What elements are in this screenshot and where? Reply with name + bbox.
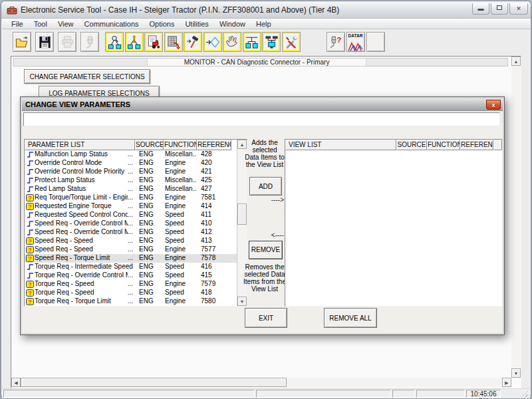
hand-icon: [225, 35, 240, 50]
network-magnifier-icon: [107, 35, 122, 50]
reference-cell: 416: [197, 263, 231, 271]
source-cell: ENG: [135, 254, 164, 263]
function-cell: Speed: [164, 211, 197, 219]
change-parameter-selections-button[interactable]: CHANGE PARAMETER SELECTIONS: [24, 69, 150, 84]
question-tag-icon: ?: [25, 297, 35, 306]
menu-item-view[interactable]: View: [53, 19, 79, 29]
scroll-right-icon[interactable]: ▶: [502, 378, 511, 387]
save-button[interactable]: [35, 32, 54, 52]
parameter-trail: ...: [128, 202, 135, 211]
parameter-row[interactable]: ?Speed Req - Torque Limit...ENGEngine757…: [25, 254, 237, 263]
parameter-row[interactable]: ?Speed Req - Speed...ENGEngine7577: [25, 245, 237, 254]
column-header-function[interactable]: FUNCTION: [427, 140, 460, 150]
parameter-row[interactable]: ?Torque Req - Speed...ENGEngine7579: [25, 280, 237, 289]
parameter-row[interactable]: ?Speed Req - Speed...ENGSpeed413: [25, 237, 237, 245]
main-vertical-scrollbar[interactable]: ▲ ▼: [511, 57, 521, 378]
network-warning-icon: [126, 35, 142, 50]
override-button[interactable]: [184, 32, 202, 52]
spare-button[interactable]: [366, 32, 385, 52]
square-wave-icon: [25, 271, 35, 280]
parameter-trail: ...: [128, 289, 135, 297]
parameter-row[interactable]: Override Control Mode...ENGEngine420: [25, 159, 237, 168]
parameter-row[interactable]: Torque Req - Intermediate Speed Governo.…: [25, 263, 237, 271]
ecu-data-button[interactable]: [164, 32, 183, 52]
column-header-source[interactable]: SOURCE: [135, 140, 164, 150]
function-cell: Speed: [164, 289, 197, 297]
parameter-name-cell: Torque Req - Intermediate Speed Governo.…: [25, 263, 135, 271]
source-cell: ENG: [135, 194, 164, 202]
parameter-list-header: PARAMETER LIST SOURCE FUNCTION REFERENCE: [25, 140, 247, 150]
menu-item-window[interactable]: Window: [214, 19, 251, 29]
menu-item-tool[interactable]: Tool: [29, 19, 53, 29]
function-cell: Miscellan...: [164, 176, 197, 185]
monitor-header-bar: MONITOR - CAN Diagnostic Connector - Pri…: [13, 58, 508, 66]
parameter-row[interactable]: Torque Req - Override Control Mode...ENG…: [25, 271, 237, 280]
column-header-reference[interactable]: REFERENCE: [460, 140, 493, 150]
source-cell: ENG: [135, 289, 164, 297]
close-button[interactable]: ✕: [509, 3, 528, 15]
parameter-name: Malfunction Lamp Status: [35, 150, 128, 159]
parameter-name-cell: Override Control Mode Priority...: [25, 168, 135, 176]
column-header-function[interactable]: FUNCTION: [164, 140, 197, 150]
parameter-row[interactable]: ?Torque Req - Torque Limit...ENGEngine75…: [25, 297, 237, 306]
dialog-titlebar[interactable]: CHANGE VIEW PARAMETERS x: [22, 98, 503, 111]
connection-help-button[interactable]: ?: [327, 32, 345, 52]
column-header-view-list[interactable]: VIEW LIST: [285, 140, 396, 150]
tests-checklist-button[interactable]: [144, 32, 163, 52]
maximize-button[interactable]: [491, 3, 508, 15]
parameter-scroll-thumb[interactable]: [237, 203, 247, 225]
parameter-row[interactable]: Speed Req - Override Control Mode...ENGS…: [25, 219, 237, 228]
display-config-button[interactable]: [262, 32, 281, 52]
scroll-down-icon[interactable]: ▼: [511, 368, 521, 378]
parameter-row[interactable]: ?Requested Engine Torque...ENGEngine414: [25, 202, 237, 211]
menu-item-help[interactable]: Help: [251, 19, 277, 29]
window-titlebar[interactable]: Electronic Service Tool - Case IH - Stei…: [1, 1, 531, 19]
datar-button[interactable]: DATAR: [346, 32, 365, 52]
remove-button[interactable]: REMOVE: [249, 241, 283, 259]
menu-item-file[interactable]: File: [6, 19, 29, 29]
system-warning-button[interactable]: [125, 32, 144, 52]
scroll-up-icon[interactable]: ▲: [511, 57, 521, 66]
parameter-name: Speed Req - Speed: [35, 237, 128, 245]
dialog-close-icon[interactable]: x: [486, 100, 501, 110]
system-search-button[interactable]: [105, 32, 124, 52]
add-button[interactable]: ADD: [249, 177, 282, 196]
parameter-row[interactable]: Speed Req - Override Control Mode Prior.…: [25, 228, 237, 237]
parameter-row[interactable]: Requested Speed Control Conditions...ENG…: [25, 211, 237, 219]
exit-button[interactable]: EXIT: [245, 308, 287, 328]
minimize-button[interactable]: ▬: [472, 3, 489, 15]
column-header-parameter-list[interactable]: PARAMETER LIST: [25, 140, 135, 150]
grab-button[interactable]: [223, 32, 241, 52]
main-horizontal-scrollbar[interactable]: ◀ ▶: [11, 378, 511, 387]
parameter-name-cell: ?Requested Engine Torque...: [25, 202, 135, 211]
parameter-row[interactable]: Protect Lamp Status...ENGMiscellan...425: [25, 176, 237, 185]
parameter-row[interactable]: ?Req Torque/Torque Limit - Engine Brake.…: [25, 194, 237, 202]
parameter-name: Torque Req - Override Control Mode: [35, 271, 128, 280]
parameter-row[interactable]: Malfunction Lamp Status...ENGMiscellan..…: [25, 150, 237, 159]
column-header-source[interactable]: SOURCE: [396, 140, 427, 150]
function-cell: Speed: [164, 228, 197, 237]
menu-item-utilities[interactable]: Utilities: [180, 19, 213, 29]
status-panel-3: [392, 390, 415, 398]
parameter-row[interactable]: ?Torque Req - Speed...ENGSpeed418: [25, 289, 237, 297]
toolbox-button[interactable]: [282, 32, 301, 52]
axle-config-button[interactable]: [243, 32, 261, 52]
datar-zigzag-icon: [348, 41, 363, 51]
function-cell: Speed: [164, 237, 197, 245]
horizontal-scroll-thumb[interactable]: [21, 378, 287, 387]
scroll-left-icon[interactable]: ◀: [11, 378, 21, 387]
open-file-button[interactable]: [13, 32, 31, 52]
parameter-name: Speed Req - Torque Limit: [35, 254, 128, 263]
wedge-button[interactable]: [203, 32, 222, 52]
resize-grip[interactable]: [520, 389, 528, 397]
parameter-row[interactable]: Red Lamp Status...ENGMiscellan...427: [25, 185, 237, 194]
ecu-arrow-icon: [166, 35, 181, 50]
column-header-reference[interactable]: REFERENCE: [197, 140, 231, 150]
parameter-row[interactable]: Override Control Mode Priority...ENGEngi…: [25, 168, 237, 176]
source-cell: ENG: [135, 228, 164, 237]
parameter-name-cell: Speed Req - Override Control Mode...: [25, 219, 135, 228]
square-wave-icon: [25, 159, 35, 168]
menu-item-options[interactable]: Options: [144, 19, 180, 29]
menu-item-communications[interactable]: Communications: [79, 19, 144, 29]
remove-all-button[interactable]: REMOVE ALL: [324, 308, 377, 328]
